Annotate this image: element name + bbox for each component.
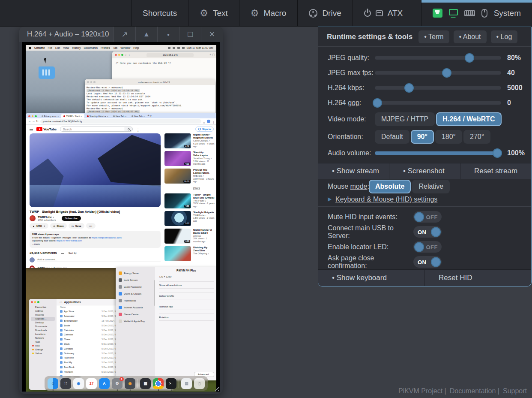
slider-thumb[interactable] xyxy=(493,148,502,158)
toggle-knob[interactable] xyxy=(414,212,424,222)
video-mode-label: Video mode: xyxy=(328,115,375,123)
stream-action-button[interactable]: • Show stream xyxy=(318,163,389,179)
slider-track[interactable] xyxy=(375,71,501,75)
menubar-status-icon xyxy=(168,47,170,49)
footer-separator: | xyxy=(442,387,446,395)
detach-icon[interactable] xyxy=(157,27,179,42)
remote-menu-item: Bookmarks xyxy=(84,46,98,49)
finder-sidebar-item: Red xyxy=(31,344,55,348)
segment-option[interactable]: Default xyxy=(375,130,409,144)
slider-track[interactable] xyxy=(375,86,501,90)
toggle-state-label: ON xyxy=(418,229,427,235)
mouse-mode-row: Mouse mode: AbsoluteRelative xyxy=(318,179,531,193)
panel-header-button[interactable]: • About xyxy=(454,30,487,43)
collapse-icon[interactable] xyxy=(135,27,157,42)
footer-link[interactable]: Documentation xyxy=(450,387,496,395)
menu-shortcuts[interactable]: Shortcuts xyxy=(131,0,188,26)
suggested-video-title: Dividing By Zero/Slim Pickens Does The R… xyxy=(193,246,215,252)
segment-option[interactable]: Relative xyxy=(412,180,450,193)
hid-settings-link[interactable]: Keyboard & Mouse (HID) settings xyxy=(335,196,437,203)
slider-label: H.264 kbps: xyxy=(328,84,375,92)
footer-link[interactable]: Support xyxy=(503,387,527,395)
finder-sidebar-item: Yellow xyxy=(31,352,55,356)
stream-window-titlebar[interactable]: H.264 + Audio – 1920x10 xyxy=(19,27,223,42)
menubar-status-icon xyxy=(182,47,185,49)
suggested-video-meta: 10M views · 3 hours ago xyxy=(193,178,215,183)
fullscreen-icon[interactable] xyxy=(114,27,135,42)
stream-window-title: H.264 + Audio – 1920x10 xyxy=(19,27,114,42)
slider-thumb[interactable] xyxy=(465,53,474,63)
safari-nav-icons: ‹ › xyxy=(126,54,131,57)
chrome-tabs: Privacy error TWRP - Starli xyxy=(39,114,147,118)
hid-action-button[interactable]: • Show keyboard xyxy=(318,270,425,286)
tag-dot xyxy=(32,306,34,308)
toggle-switch[interactable]: OFF xyxy=(413,241,442,253)
segment-option[interactable]: 270° xyxy=(463,130,490,144)
slider-thumb[interactable] xyxy=(404,83,414,93)
menu-system-label: System xyxy=(494,9,521,18)
desktop-folder-icon xyxy=(39,66,55,79)
audio-volume-slider[interactable] xyxy=(375,151,501,155)
footer-link[interactable]: PiKVM Project xyxy=(398,387,442,395)
tag-dot xyxy=(32,349,34,350)
finder-sidebar-item: Orange xyxy=(31,348,55,352)
panel-title: Runtime settings & tools xyxy=(327,33,412,41)
audio-volume-value: 100% xyxy=(507,149,525,157)
slider-track[interactable] xyxy=(375,101,501,105)
toggle-state-label: ON xyxy=(418,259,427,265)
menu-drive[interactable]: Drive xyxy=(297,0,352,26)
maximize-icon[interactable] xyxy=(179,27,201,42)
menu-macro[interactable]: ⚙ Macro xyxy=(239,0,298,26)
menu-atx[interactable]: ATX xyxy=(353,0,414,26)
toggle-state-label: OFF xyxy=(426,244,438,250)
segment-option[interactable]: H.264 / WebRTC xyxy=(436,112,501,126)
video-duration-badge: 4:33 xyxy=(184,240,190,243)
slider-thumb[interactable] xyxy=(373,98,382,108)
toggle-switch[interactable]: OFF xyxy=(413,211,442,223)
remote-mouse-cursor xyxy=(44,57,49,63)
stream-action-button[interactable]: Reset stream xyxy=(460,163,531,179)
segment-option[interactable]: 180° xyxy=(435,130,462,144)
segment-option[interactable]: MJPEG / HTTP xyxy=(375,112,435,126)
hid-action-button[interactable]: Reset HID xyxy=(425,270,531,286)
slider-track[interactable] xyxy=(375,56,501,60)
description-link: https://twrp.bandcamp.com/ xyxy=(92,236,122,239)
remote-clock: Sun 17 Mar 11:07 AM xyxy=(187,46,213,49)
stream-action-button[interactable]: • Screenshot xyxy=(389,163,460,179)
stream-video[interactable]: ChromeFileEditViewHistoryBookmarksProfil… xyxy=(22,42,220,392)
toggle-knob[interactable] xyxy=(414,242,424,252)
toggle-switch[interactable]: ON xyxy=(413,256,442,268)
slider-thumb[interactable] xyxy=(442,68,451,78)
menu-system[interactable]: System xyxy=(421,0,532,26)
terminal-line: Maxims-Mac-mini:~ mdevaev$ xyxy=(87,107,123,110)
panel-header-button[interactable]: • Log xyxy=(491,30,518,43)
file-name: Chess xyxy=(64,338,102,341)
video-thumbnail: 4:33 xyxy=(164,229,191,244)
segment-option[interactable]: 90° xyxy=(411,130,434,144)
audio-volume-row: Audio volume: 100% xyxy=(318,145,531,160)
like-button: 425K xyxy=(30,223,48,229)
toggle-row: Mute HID input events: OFF xyxy=(318,209,531,224)
window-traffic-lights xyxy=(87,81,96,83)
menu-text[interactable]: ⚙ Text xyxy=(188,0,239,26)
tag-dot xyxy=(32,314,34,316)
remote-menubar: ChromeFileEditViewHistoryBookmarksProfil… xyxy=(26,45,216,51)
suggested-video: 18:53 Protect The Lamborghini, Keep It M… xyxy=(164,169,215,191)
toggle-switch[interactable]: ON xyxy=(413,226,442,238)
settings-sidebar-item: Passwords xyxy=(116,297,155,304)
tab-title: Starship Velocira xyxy=(90,115,106,118)
video-duration-badge: 18:53 xyxy=(183,180,190,183)
segment-option[interactable]: Absolute xyxy=(369,180,411,193)
terminal-line: To update your account to use zsh, pleas… xyxy=(87,101,177,104)
dock-icon: ∷ xyxy=(60,378,71,389)
settings-sidebar: Energy Saver Lock Screen Login Password xyxy=(116,267,155,380)
settings-item-icon xyxy=(119,313,122,316)
toggle-knob[interactable] xyxy=(431,257,441,267)
description-more: ...more xyxy=(32,243,158,246)
toggle-knob[interactable] xyxy=(431,227,441,237)
file-icon xyxy=(60,315,63,317)
close-icon[interactable] xyxy=(201,27,223,42)
youtube-video-player xyxy=(30,133,161,207)
panel-header-button[interactable]: • Term xyxy=(418,30,449,43)
file-icon xyxy=(60,343,63,345)
